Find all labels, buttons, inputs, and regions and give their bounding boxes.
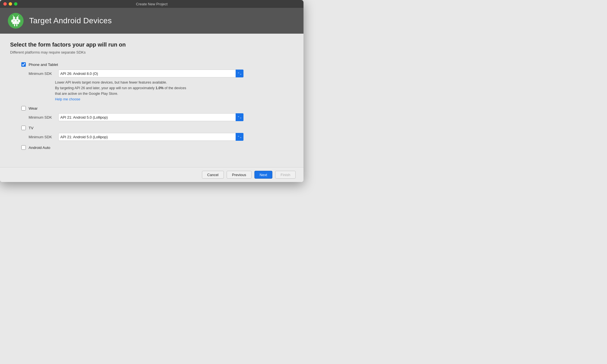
- tv-sdk-select-wrapper: API 21: Android 5.0 (Lollipop): [58, 133, 243, 141]
- tv-checkbox-row: TV: [21, 126, 293, 130]
- form-factor-tv: TV Minimum SDK API 21: Android 5.0 (Loll…: [21, 126, 293, 141]
- phone-tablet-sdk-select-wrapper: API 26: Android 8.0 (O) API 25: Android …: [58, 70, 243, 77]
- wear-sdk-select-wrapper: API 21: Android 5.0 (Lollipop) API 20: A…: [58, 113, 243, 121]
- android-auto-label[interactable]: Android Auto: [29, 146, 50, 150]
- cancel-button[interactable]: Cancel: [202, 171, 224, 179]
- tv-label[interactable]: TV: [29, 126, 33, 130]
- previous-button[interactable]: Previous: [227, 171, 252, 179]
- svg-point-9: [17, 20, 18, 21]
- form-factors-container: Phone and Tablet Minimum SDK API 26: And…: [10, 62, 293, 150]
- android-auto-checkbox[interactable]: [21, 145, 26, 150]
- phone-tablet-sdk-row: Minimum SDK API 26: Android 8.0 (O) API …: [29, 70, 293, 77]
- api-info-line1: Lower API levels target more devices, bu…: [55, 80, 293, 85]
- tv-sdk-row: Minimum SDK API 21: Android 5.0 (Lollipo…: [29, 133, 293, 141]
- api-info-line3: that are active on the Google Play Store…: [55, 91, 293, 96]
- next-button[interactable]: Next: [254, 171, 273, 179]
- header-banner: ⚙ Target Android Devices: [0, 8, 304, 34]
- maximize-button[interactable]: [14, 2, 17, 6]
- section-subtitle: Different platforms may require separate…: [10, 50, 293, 54]
- tv-checkbox[interactable]: [21, 126, 26, 130]
- close-button[interactable]: [3, 2, 7, 6]
- footer: Cancel Previous Next Finish: [0, 167, 304, 182]
- phone-tablet-sdk-label: Minimum SDK: [29, 72, 54, 76]
- wear-sdk-row: Minimum SDK API 21: Android 5.0 (Lollipo…: [29, 113, 293, 121]
- svg-text:⚙: ⚙: [12, 19, 17, 25]
- tv-sdk-label: Minimum SDK: [29, 135, 54, 139]
- phone-tablet-checkbox[interactable]: [21, 62, 26, 67]
- phone-tablet-api-info: Lower API levels target more devices, bu…: [55, 80, 293, 102]
- form-factor-phone-tablet: Phone and Tablet Minimum SDK API 26: And…: [21, 62, 293, 102]
- wear-sdk-select[interactable]: API 21: Android 5.0 (Lollipop) API 20: A…: [58, 113, 243, 121]
- help-me-choose-link[interactable]: Help me choose: [55, 97, 80, 101]
- minimize-button[interactable]: [9, 2, 12, 6]
- main-scroll-area: Select the form factors your app will ru…: [0, 34, 304, 167]
- wear-checkbox[interactable]: [21, 106, 26, 110]
- phone-tablet-sdk-select[interactable]: API 26: Android 8.0 (O) API 25: Android …: [58, 70, 243, 77]
- phone-tablet-label[interactable]: Phone and Tablet: [29, 63, 58, 67]
- wear-checkbox-row: Wear: [21, 106, 293, 110]
- api-info-line2: By targeting API 26 and later, your app …: [55, 85, 293, 91]
- tv-sdk-select[interactable]: API 21: Android 5.0 (Lollipop): [58, 133, 243, 141]
- wear-sdk-label: Minimum SDK: [29, 115, 54, 119]
- content-wrapper: Select the form factors your app will ru…: [0, 34, 304, 182]
- android-studio-logo-icon: ⚙: [8, 13, 24, 29]
- window-title: Create New Project: [136, 2, 168, 6]
- wear-label[interactable]: Wear: [29, 106, 38, 110]
- android-auto-checkbox-row: Android Auto: [21, 145, 293, 150]
- traffic-lights: [3, 2, 17, 6]
- section-title: Select the form factors your app will ru…: [10, 42, 293, 48]
- form-factor-android-auto: Android Auto: [21, 145, 293, 150]
- form-factor-wear: Wear Minimum SDK API 21: Android 5.0 (Lo…: [21, 106, 293, 121]
- svg-rect-5: [19, 20, 20, 22]
- header-title: Target Android Devices: [29, 16, 112, 25]
- phone-tablet-checkbox-row: Phone and Tablet: [21, 62, 293, 67]
- titlebar: Create New Project: [0, 0, 304, 8]
- finish-button[interactable]: Finish: [275, 171, 296, 179]
